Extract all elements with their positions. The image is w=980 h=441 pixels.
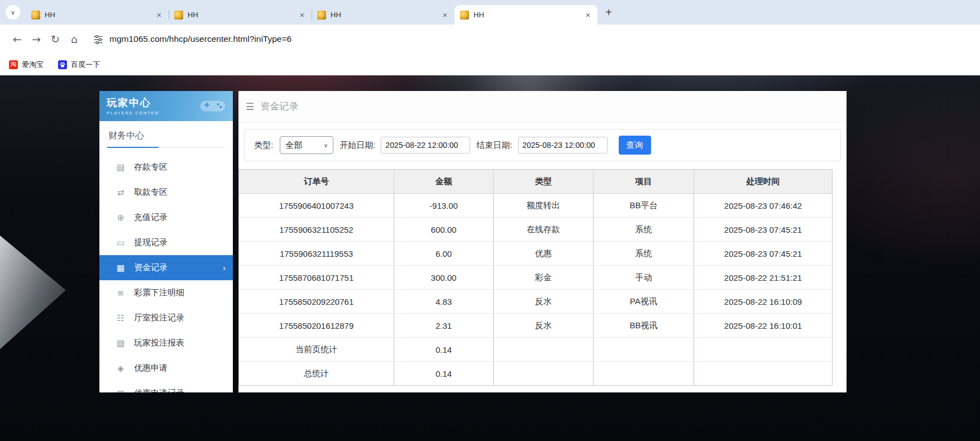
column-header: 类型 xyxy=(494,170,594,194)
table-row: 总统计 0.14 xyxy=(239,362,833,386)
tab-favicon xyxy=(31,11,40,20)
browser-tab[interactable]: HH × xyxy=(455,5,597,25)
page-background: 玩家中心 PLAYERS CENTER 财务中心 ▤ 存款专区 › ⇄ 取款专区… xyxy=(0,75,980,441)
table-row: 1755906401007243 -913.00 额度转出 BB平台 2025-… xyxy=(239,194,833,218)
browser-tab[interactable]: HH × xyxy=(26,5,169,25)
browser-tab[interactable]: HH × xyxy=(169,5,312,25)
withdraw-icon: ⇄ xyxy=(116,188,126,198)
finance-center-label: 财务中心 xyxy=(107,130,159,148)
time-cell: 2025-08-23 07:45:21 xyxy=(694,218,833,242)
sidebar-item-label: 优惠申请记录 xyxy=(134,388,184,392)
tab-title: HH xyxy=(331,11,436,19)
type-cell xyxy=(494,362,594,386)
order-no-cell: 1755906401007243 xyxy=(239,194,394,218)
browser-tab[interactable]: HH × xyxy=(312,5,455,25)
sidebar-item-withdraw-zone[interactable]: ⇄ 取款专区 › xyxy=(99,180,233,205)
deposit-icon: ▤ xyxy=(116,162,126,172)
sidebar-menu: ▤ 存款专区 › ⇄ 取款专区 › ⊕ 充值记录 › ▭ 提现记录 › ▦ 资金… xyxy=(99,148,233,392)
home-button[interactable]: ⌂ xyxy=(65,30,84,49)
end-date-input[interactable] xyxy=(518,137,608,154)
order-no-cell: 1755870681071751 xyxy=(239,266,394,290)
type-select-value: 全部 xyxy=(285,140,302,151)
type-cell xyxy=(494,338,594,362)
tab-search-button[interactable]: ∨ xyxy=(6,5,20,20)
sidebar-item-hall-bet-records[interactable]: ☷ 厅室投注记录 › xyxy=(99,305,233,330)
sidebar-item-promo-apply-records[interactable]: ▨ 优惠申请记录 › xyxy=(99,381,233,392)
order-no-cell: 当前页统计 xyxy=(239,338,394,362)
bookmark-label: 爱淘宝 xyxy=(22,60,44,70)
sidebar-header: 玩家中心 PLAYERS CENTER xyxy=(99,91,233,121)
time-cell xyxy=(694,338,833,362)
gift-icon: ◈ xyxy=(116,363,126,373)
bookmark-taobao[interactable]: 淘 爱淘宝 xyxy=(9,60,44,70)
type-select[interactable]: 全部 ∨ xyxy=(280,136,333,154)
back-arrow-icon: ← xyxy=(13,33,22,45)
sidebar-item-label: 玩家投注报表 xyxy=(134,338,184,348)
filter-bar: 类型: 全部 ∨ 开始日期: 结束日期: 查询 xyxy=(244,129,841,161)
search-button[interactable]: 查询 xyxy=(619,136,651,155)
tab-title: HH xyxy=(474,11,579,19)
reload-button[interactable]: ↻ xyxy=(46,30,65,49)
project-cell: 手动 xyxy=(594,266,694,290)
sidebar-item-label: 存款专区 xyxy=(134,162,168,172)
amount-cell: 4.83 xyxy=(394,290,494,314)
sidebar-item-withdraw-records[interactable]: ▭ 提现记录 › xyxy=(99,230,233,255)
tab-close-icon[interactable]: × xyxy=(583,10,593,20)
chevron-right-icon: › xyxy=(223,263,226,272)
tab-close-icon[interactable]: × xyxy=(154,10,164,20)
address-bar[interactable]: mgm1065.com/hhcp/usercenter.html?iniType… xyxy=(109,34,291,44)
bookmark-baidu[interactable]: 百度一下 xyxy=(58,60,100,70)
project-cell: 系统 xyxy=(594,218,694,242)
tab-list: HH × HH × HH × HH × xyxy=(26,0,597,25)
bank-icon: ▦ xyxy=(116,263,126,273)
time-cell xyxy=(694,362,833,386)
tab-close-icon[interactable]: × xyxy=(297,10,307,20)
forward-button[interactable]: → xyxy=(27,30,46,49)
type-cell: 在线存款 xyxy=(494,218,594,242)
funds-table: 订单号金额类型项目处理时间 1755906401007243 -913.00 额… xyxy=(238,169,833,386)
sidebar-item-recharge-records[interactable]: ⊕ 充值记录 › xyxy=(99,205,233,230)
document-icon: ≡ xyxy=(116,288,126,298)
chevron-down-icon: ∨ xyxy=(324,142,328,148)
tab-favicon xyxy=(174,11,183,20)
time-cell: 2025-08-22 21:51:21 xyxy=(694,266,833,290)
home-icon: ⌂ xyxy=(71,33,78,45)
start-date-input[interactable] xyxy=(381,137,470,154)
table-row: 1755906321105252 600.00 在线存款 系统 2025-08-… xyxy=(239,218,833,242)
back-button[interactable]: ← xyxy=(8,30,27,49)
bookmarks-bar: 淘 爱淘宝 百度一下 xyxy=(0,54,980,75)
sidebar-item-label: 充值记录 xyxy=(134,212,168,223)
recharge-icon: ⊕ xyxy=(116,213,126,223)
type-label: 类型: xyxy=(254,140,273,151)
withdraw-record-icon: ▭ xyxy=(116,238,126,248)
sidebar-item-deposit-zone[interactable]: ▤ 存款专区 › xyxy=(99,155,233,180)
forward-arrow-icon: → xyxy=(32,33,41,45)
tab-title: HH xyxy=(45,11,150,19)
start-date-label: 开始日期: xyxy=(340,140,375,151)
project-cell: 系统 xyxy=(594,242,694,266)
tab-favicon xyxy=(317,11,326,20)
main-header: ☰ 资金记录 xyxy=(238,91,847,122)
site-info-icon[interactable] xyxy=(93,33,104,45)
sidebar-item-lottery-bet-details[interactable]: ≡ 彩票下注明细 › xyxy=(99,280,233,305)
chevron-down-icon: ∨ xyxy=(11,9,15,16)
sidebar-item-funds-records[interactable]: ▦ 资金记录 › xyxy=(99,255,233,280)
funds-table-head-row: 订单号金额类型项目处理时间 xyxy=(239,170,833,194)
sidebar-item-promo-apply[interactable]: ◈ 优惠申请 › xyxy=(99,356,233,381)
tab-close-icon[interactable]: × xyxy=(440,10,450,20)
column-header: 金额 xyxy=(394,170,494,194)
time-cell: 2025-08-22 16:10:09 xyxy=(694,290,833,314)
sidebar-item-label: 彩票下注明细 xyxy=(134,287,184,298)
table-row: 当前页统计 0.14 xyxy=(239,338,833,362)
table-row: 1755870681071751 300.00 彩金 手动 2025-08-22… xyxy=(239,266,833,290)
table-row: 1755906321119553 6.00 优惠 系统 2025-08-23 0… xyxy=(239,242,833,266)
players-center-sidebar: 玩家中心 PLAYERS CENTER 财务中心 ▤ 存款专区 › ⇄ 取款专区… xyxy=(99,91,233,392)
hamburger-menu-icon[interactable]: ☰ xyxy=(246,101,254,112)
sidebar-item-label: 优惠申请 xyxy=(134,363,168,373)
sidebar-item-label: 资金记录 xyxy=(134,262,168,273)
amount-cell: 2.31 xyxy=(394,314,494,338)
sidebar-item-player-bet-report[interactable]: ▧ 玩家投注报表 › xyxy=(99,330,233,356)
time-cell: 2025-08-23 07:45:21 xyxy=(694,242,833,266)
new-tab-button[interactable]: + xyxy=(601,4,616,20)
order-no-cell: 1755850209220761 xyxy=(239,290,394,314)
